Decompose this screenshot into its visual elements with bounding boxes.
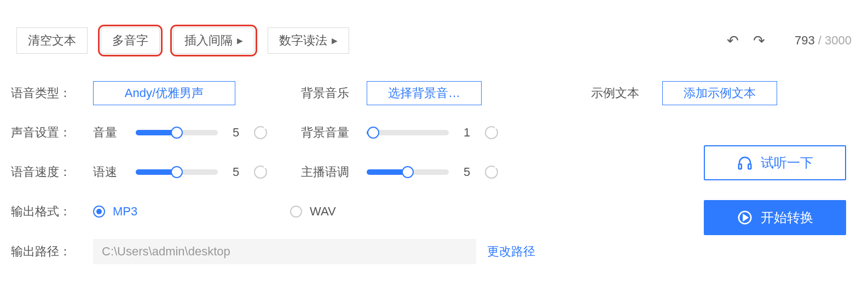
output-path-label: 输出路径：: [11, 243, 93, 260]
polyphonic-button[interactable]: 多音字: [101, 27, 160, 54]
reset-speed-icon[interactable]: [254, 166, 267, 179]
voice-type-select[interactable]: Andy/优雅男声: [93, 81, 235, 105]
headphone-icon: [737, 155, 753, 171]
svg-rect-1: [748, 164, 751, 169]
tone-value: 5: [459, 165, 475, 179]
text-toolbar: 清空文本 多音字 插入间隔 ▶ 数字读法 ▶ ↶ ↷ 793 / 3000: [0, 0, 868, 65]
reset-bg-volume-icon[interactable]: [485, 126, 498, 139]
bg-volume-value: 1: [459, 126, 475, 140]
output-format-label: 输出格式：: [11, 203, 93, 220]
insert-gap-label: 插入间隔: [184, 32, 233, 49]
sound-settings-label: 声音设置：: [11, 124, 93, 141]
redo-icon[interactable]: ↷: [753, 32, 765, 49]
radio-wav[interactable]: [290, 206, 302, 218]
tone-label: 主播语调: [301, 164, 367, 180]
convert-label: 开始转换: [761, 209, 813, 226]
radio-mp3[interactable]: [93, 206, 105, 218]
speed-value: 5: [228, 165, 244, 179]
speed-slider[interactable]: [136, 169, 218, 175]
bg-music-select[interactable]: 选择背景音…: [367, 81, 482, 105]
bg-volume-slider[interactable]: [367, 130, 449, 135]
char-limit: 3000: [825, 33, 852, 47]
output-path-input[interactable]: [93, 239, 476, 264]
caret-right-icon: ▶: [237, 36, 243, 45]
insert-gap-button[interactable]: 插入间隔 ▶: [173, 27, 254, 54]
reset-volume-icon[interactable]: [254, 126, 267, 139]
volume-label: 音量: [93, 124, 126, 141]
clear-text-button[interactable]: 清空文本: [16, 27, 88, 54]
convert-button[interactable]: 开始转换: [704, 200, 846, 235]
volume-slider[interactable]: [136, 130, 218, 135]
bg-music-label: 背景音乐: [301, 85, 367, 101]
number-reading-button[interactable]: 数字读法 ▶: [268, 27, 349, 54]
caret-right-icon: ▶: [332, 36, 338, 45]
undo-icon[interactable]: ↶: [727, 32, 739, 49]
change-path-link[interactable]: 更改路径: [487, 243, 535, 260]
char-counter: 793 / 3000: [795, 33, 852, 48]
speed-settings-label: 语音速度：: [11, 164, 93, 180]
char-count: 793: [795, 33, 815, 47]
speed-label: 语速: [93, 164, 126, 180]
voice-type-label: 语音类型：: [11, 85, 93, 101]
preview-button[interactable]: 试听一下: [704, 145, 846, 180]
example-text-button[interactable]: 添加示例文本: [662, 81, 777, 105]
svg-rect-0: [739, 164, 742, 169]
radio-wav-label: WAV: [310, 204, 336, 219]
radio-mp3-label: MP3: [113, 204, 137, 219]
number-reading-label: 数字读法: [279, 32, 327, 49]
bg-volume-label: 背景音量: [301, 124, 367, 141]
example-text-label: 示例文本: [591, 85, 662, 101]
reset-tone-icon[interactable]: [485, 166, 498, 179]
convert-icon: [737, 209, 753, 226]
volume-value: 5: [228, 126, 244, 140]
tone-slider[interactable]: [367, 169, 449, 175]
preview-label: 试听一下: [761, 154, 813, 172]
